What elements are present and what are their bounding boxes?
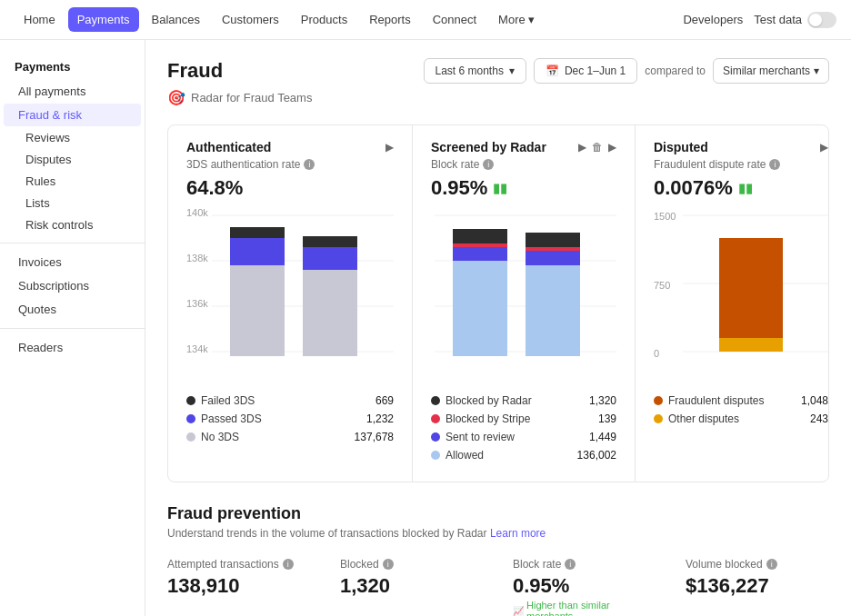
- blocked-radar-dot: [431, 396, 440, 405]
- nav-connect[interactable]: Connect: [424, 7, 486, 32]
- nav-test-data[interactable]: Test data: [754, 12, 836, 28]
- fraud-prevention-subtitle: Understand trends in the volume of trans…: [167, 527, 829, 540]
- nav-products[interactable]: Products: [292, 7, 356, 32]
- other-disputes-dot: [654, 414, 663, 423]
- screened-title: Screened by Radar: [431, 140, 546, 154]
- chart-label-140k: 140k: [186, 207, 208, 218]
- svg-rect-7: [303, 270, 357, 356]
- radar-label: Radar for Fraud Teams: [191, 91, 312, 104]
- volume-blocked-info[interactable]: i: [766, 559, 777, 570]
- svg-rect-20: [526, 247, 580, 251]
- attempted-value: 138,910: [167, 574, 311, 598]
- authenticated-info[interactable]: i: [304, 159, 315, 170]
- nav-more[interactable]: More ▾: [489, 7, 544, 32]
- page-header: Fraud Last 6 months ▾ 📅 Dec 1–Jun 1 comp…: [167, 58, 829, 84]
- svg-rect-14: [453, 261, 507, 356]
- legend-allowed: Allowed 136,002: [431, 449, 616, 462]
- disputed-svg: [683, 211, 828, 370]
- sidebar-item-fraud-risk[interactable]: Fraud & risk: [4, 104, 141, 126]
- nav-home[interactable]: Home: [15, 7, 65, 32]
- test-data-toggle[interactable]: [807, 12, 836, 28]
- nav-balances[interactable]: Balances: [143, 7, 209, 32]
- screened-info[interactable]: i: [483, 159, 494, 170]
- authenticated-svg: [212, 211, 394, 374]
- learn-more-link[interactable]: Learn more: [490, 527, 546, 540]
- blocked-info[interactable]: i: [383, 559, 394, 570]
- sidebar-item-disputes[interactable]: Disputes: [4, 149, 141, 170]
- disputed-title: Disputed: [654, 140, 708, 154]
- metrics-grid: Authenticated ▶ 3DS authentication rate …: [167, 124, 829, 482]
- sidebar-item-subscriptions[interactable]: Subscriptions: [4, 274, 141, 297]
- block-rate-label: Block rate i: [513, 558, 656, 571]
- block-rate-info[interactable]: i: [565, 559, 576, 570]
- screened-chart: [431, 207, 616, 380]
- legend-sent-review: Sent to review 1,449: [431, 431, 616, 443]
- blocked-label: Blocked i: [340, 558, 484, 571]
- svg-rect-25: [719, 238, 783, 352]
- legend-other-disputes: Other disputes 243: [654, 412, 828, 425]
- nav-reports[interactable]: Reports: [360, 7, 420, 32]
- svg-rect-8: [303, 247, 357, 270]
- screened-arrow2[interactable]: ▶: [608, 141, 616, 154]
- header-controls: Last 6 months ▾ 📅 Dec 1–Jun 1 compared t…: [424, 58, 830, 84]
- fraud-prevention-section: Fraud prevention Understand trends in th…: [167, 504, 829, 616]
- blocked-stripe-label: Blocked by Stripe: [446, 412, 530, 425]
- radar-icon: 🎯: [167, 89, 185, 106]
- block-rate-note: 📈 Higher than similar merchants: [513, 600, 656, 616]
- blocked-radar-value: 1,320: [589, 394, 616, 407]
- sidebar-item-lists[interactable]: Lists: [4, 193, 141, 214]
- authenticated-arrow[interactable]: ▶: [385, 141, 394, 154]
- disputed-sub: Fraudulent dispute rate i: [654, 158, 828, 171]
- svg-rect-15: [453, 247, 507, 261]
- legend-fraudulent-disputes: Fraudulent disputes 1,048: [654, 394, 828, 407]
- authenticated-header: Authenticated ▶: [186, 140, 394, 154]
- authenticated-sub: 3DS authentication rate i: [186, 158, 394, 171]
- blocked-stripe-dot: [431, 414, 440, 423]
- screened-header-right: ▶ 🗑 ▶: [578, 141, 616, 154]
- screened-arrow[interactable]: ▶: [578, 141, 586, 154]
- screened-svg: [435, 211, 616, 374]
- chart-label-1500: 1500: [654, 211, 676, 222]
- screened-trash[interactable]: 🗑: [592, 141, 603, 154]
- date-range-button[interactable]: Last 6 months ▾: [424, 58, 526, 84]
- stat-block-rate: Block rate i 0.95% 📈 Higher than similar…: [513, 558, 656, 616]
- sidebar-item-readers[interactable]: Readers: [4, 336, 141, 359]
- sidebar-item-invoices[interactable]: Invoices: [4, 251, 141, 273]
- specific-date-button[interactable]: 📅 Dec 1–Jun 1: [534, 58, 637, 84]
- nav-payments[interactable]: Payments: [68, 7, 139, 32]
- disputed-metric: Disputed ▶ Fraudulent dispute rate i 0.0…: [636, 125, 829, 482]
- chart-label-0: 0: [654, 348, 659, 359]
- chart-label-750: 750: [654, 280, 670, 291]
- sidebar-item-all-payments[interactable]: All payments: [4, 80, 141, 103]
- passed-3ds-dot: [186, 414, 195, 423]
- svg-rect-21: [526, 233, 580, 247]
- fraudulent-disputes-dot: [654, 396, 663, 405]
- compare-text: compared to: [645, 65, 706, 77]
- page-title: Fraud: [167, 59, 223, 83]
- allowed-label: Allowed: [446, 449, 484, 462]
- screened-metric: Screened by Radar ▶ 🗑 ▶ Block rate i 0.9…: [413, 125, 636, 482]
- nav-customers[interactable]: Customers: [213, 7, 288, 32]
- nav-developers[interactable]: Developers: [683, 13, 743, 26]
- disputed-arrow[interactable]: ▶: [820, 141, 828, 154]
- disputed-header: Disputed ▶: [654, 140, 828, 154]
- chart-label-136k: 136k: [186, 298, 208, 309]
- sidebar-item-risk-controls[interactable]: Risk controls: [4, 214, 141, 235]
- sidebar-item-reviews[interactable]: Reviews: [4, 127, 141, 148]
- other-disputes-value: 243: [810, 412, 828, 425]
- passed-3ds-label: Passed 3DS: [201, 412, 262, 425]
- sidebar-item-quotes[interactable]: Quotes: [4, 298, 141, 321]
- sidebar-item-rules[interactable]: Rules: [4, 171, 141, 192]
- disputed-info[interactable]: i: [769, 159, 780, 170]
- svg-rect-9: [303, 236, 357, 247]
- legend-passed-3ds: Passed 3DS 1,232: [186, 412, 394, 425]
- toggle-knob: [809, 14, 822, 26]
- blocked-radar-label: Blocked by Radar: [446, 394, 532, 407]
- no-3ds-value: 137,678: [355, 431, 394, 443]
- no-3ds-dot: [186, 432, 195, 442]
- sent-review-dot: [431, 432, 440, 442]
- attempted-info[interactable]: i: [283, 559, 294, 570]
- stat-blocked: Blocked i 1,320: [340, 558, 484, 616]
- compare-merchants-button[interactable]: Similar merchants ▾: [713, 58, 829, 84]
- main-content: Fraud Last 6 months ▾ 📅 Dec 1–Jun 1 comp…: [145, 40, 851, 616]
